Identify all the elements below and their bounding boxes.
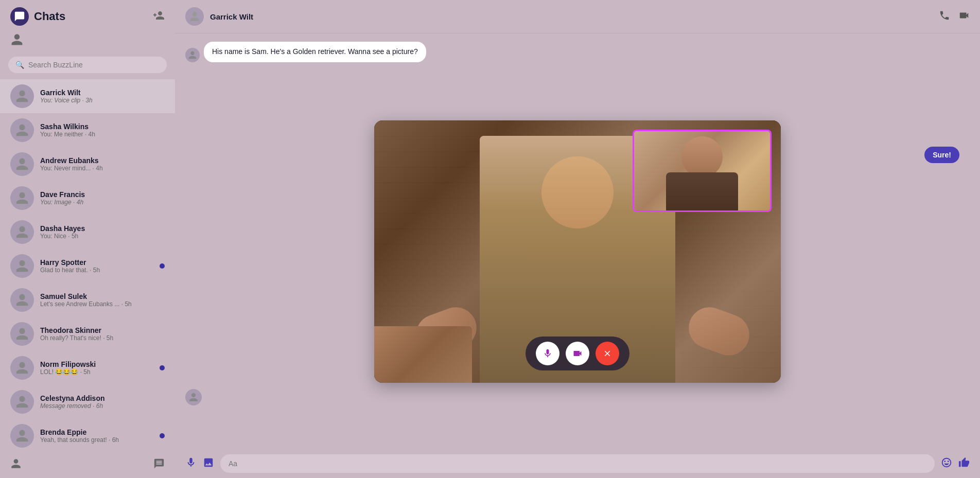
chat-item-brenda[interactable]: Brenda EppieYeah, that sounds great! · 6…	[0, 419, 175, 452]
chat-preview-dave: You: Image · 4h	[40, 199, 165, 206]
profile-icon[interactable]	[10, 458, 22, 472]
chat-preview-samuel: Let's see Andrew Eubanks ... · 5h	[40, 300, 165, 308]
chat-preview-sasha: You: Me neither · 4h	[40, 131, 165, 138]
video-call-container	[185, 95, 970, 408]
chat-preview-theodora: Oh really? That's nice! · 5h	[40, 334, 165, 342]
contact-avatar	[185, 7, 204, 26]
search-input[interactable]	[28, 61, 160, 69]
chat-name-dasha: Dasha Hayes	[40, 224, 165, 233]
sidebar: Chats 🔍 Garrick WiltYou: Voice clip · 3h…	[0, 0, 175, 478]
like-icon[interactable]	[958, 457, 970, 471]
small-video	[374, 326, 472, 383]
mic-button[interactable]	[536, 342, 559, 365]
chat-info-sasha: Sasha WilkinsYou: Me neither · 4h	[40, 122, 165, 138]
sidebar-header: Chats	[0, 0, 175, 31]
end-call-button[interactable]	[596, 342, 619, 365]
chat-info-andrew: Andrew EubanksYou: Never mind... · 4h	[40, 156, 165, 172]
chat-preview-brenda: Yeah, that sounds great! · 6h	[40, 436, 153, 444]
contact-name: Garrick Wilt	[210, 12, 933, 21]
sidebar-title-area: Chats	[10, 7, 65, 26]
avatar-norm	[10, 356, 34, 380]
chat-item-dave[interactable]: Dave FrancisYou: Image · 4h	[0, 181, 175, 215]
chat-preview-celestyna: Message removed · 6h	[40, 402, 165, 410]
add-user-icon[interactable]	[152, 9, 165, 24]
chat-item-celestyna[interactable]: Celestyna AddisonMessage removed · 6h	[0, 385, 175, 419]
avatar-harry	[10, 254, 34, 278]
header-actions	[939, 10, 970, 24]
chat-info-theodora: Theodora SkinnerOh really? That's nice! …	[40, 326, 165, 342]
chat-item-dasha[interactable]: Dasha HayesYou: Nice · 5h	[0, 215, 175, 249]
chat-info-samuel: Samuel SulekLet's see Andrew Eubanks ...…	[40, 292, 165, 308]
message-bubble-received: His name is Sam. He's a Golden retriever…	[204, 42, 426, 62]
avatar-andrew	[10, 152, 34, 176]
sender-avatar	[185, 48, 200, 62]
avatar-dasha	[10, 220, 34, 244]
chat-name-harry: Harry Spotter	[40, 258, 153, 267]
avatar-garrick	[10, 84, 34, 108]
search-box[interactable]: 🔍	[8, 57, 167, 73]
chat-item-norm[interactable]: Norm FilipowskiLOL! 😂😂😂 · 5h	[0, 351, 175, 385]
search-icon: 🔍	[15, 61, 24, 69]
chat-name-samuel: Samuel Sulek	[40, 292, 165, 300]
chat-info-celestyna: Celestyna AddisonMessage removed · 6h	[40, 394, 165, 410]
chat-item-sasha[interactable]: Sasha WilkinsYou: Me neither · 4h	[0, 113, 175, 147]
chat-name-dave: Dave Francis	[40, 190, 165, 199]
sidebar-bottom	[0, 452, 175, 478]
pip-window	[633, 130, 772, 212]
messages-area: His name is Sam. He's a Golden retriever…	[175, 33, 980, 449]
video-main	[374, 120, 781, 383]
chat-preview-dasha: You: Nice · 5h	[40, 233, 165, 240]
app-icon	[10, 7, 29, 26]
call-controls	[526, 337, 629, 370]
chat-name-andrew: Andrew Eubanks	[40, 156, 165, 165]
chat-name-theodora: Theodora Skinner	[40, 326, 165, 334]
chat-info-dasha: Dasha HayesYou: Nice · 5h	[40, 224, 165, 240]
chat-item-garrick[interactable]: Garrick WiltYou: Voice clip · 3h	[0, 79, 175, 113]
chat-name-sasha: Sasha Wilkins	[40, 122, 165, 131]
message-input[interactable]	[220, 454, 935, 473]
avatar-dave	[10, 186, 34, 210]
main-content: Garrick Wilt His name is Sam. He's a Gol…	[175, 0, 980, 478]
mic-input-icon[interactable]	[185, 457, 197, 471]
avatar-theodora	[10, 322, 34, 346]
chat-item-harry[interactable]: Harry SpotterGlad to hear that. · 5h	[0, 249, 175, 283]
input-bar	[175, 449, 980, 478]
chat-preview-norm: LOL! 😂😂😂 · 5h	[40, 368, 153, 376]
chat-info-garrick: Garrick WiltYou: Voice clip · 3h	[40, 88, 165, 104]
avatar-samuel	[10, 288, 34, 312]
chat-info-norm: Norm FilipowskiLOL! 😂😂😂 · 5h	[40, 360, 153, 376]
cam-button[interactable]	[566, 342, 589, 365]
chat-name-brenda: Brenda Eppie	[40, 428, 153, 436]
unread-dot-brenda	[160, 433, 165, 438]
new-message-icon[interactable]	[153, 458, 165, 472]
chat-name-celestyna: Celestyna Addison	[40, 394, 165, 402]
avatar-celestyna	[10, 390, 34, 414]
chat-name-norm: Norm Filipowski	[40, 360, 153, 368]
bottom-avatar	[185, 389, 202, 405]
chat-list: Garrick WiltYou: Voice clip · 3hSasha Wi…	[0, 79, 175, 452]
chat-info-brenda: Brenda EppieYeah, that sounds great! · 6…	[40, 428, 153, 444]
message-received-row: His name is Sam. He's a Golden retriever…	[185, 42, 970, 62]
chat-item-samuel[interactable]: Samuel SulekLet's see Andrew Eubanks ...…	[0, 283, 175, 317]
sure-button[interactable]: Sure!	[924, 147, 959, 163]
emoji-icon[interactable]	[941, 457, 952, 471]
chat-preview-harry: Glad to hear that. · 5h	[40, 267, 153, 274]
chat-info-harry: Harry SpotterGlad to hear that. · 5h	[40, 258, 153, 274]
chat-preview-garrick: You: Voice clip · 3h	[40, 97, 165, 104]
chat-header: Garrick Wilt	[175, 0, 980, 33]
avatar-brenda	[10, 424, 34, 448]
chat-item-andrew[interactable]: Andrew EubanksYou: Never mind... · 4h	[0, 147, 175, 181]
sidebar-title: Chats	[34, 10, 65, 23]
phone-icon[interactable]	[939, 10, 950, 24]
chat-preview-andrew: You: Never mind... · 4h	[40, 165, 165, 172]
pip-bg	[634, 131, 770, 210]
image-input-icon[interactable]	[203, 457, 214, 471]
chat-info-dave: Dave FrancisYou: Image · 4h	[40, 190, 165, 206]
chat-item-theodora[interactable]: Theodora SkinnerOh really? That's nice! …	[0, 317, 175, 351]
unread-dot-norm	[160, 365, 165, 370]
unread-dot-harry	[160, 263, 165, 269]
video-call-icon[interactable]	[958, 10, 970, 24]
message-text: His name is Sam. He's a Golden retriever…	[212, 47, 418, 56]
chat-name-garrick: Garrick Wilt	[40, 88, 165, 97]
user-avatar-top[interactable]	[0, 31, 175, 55]
